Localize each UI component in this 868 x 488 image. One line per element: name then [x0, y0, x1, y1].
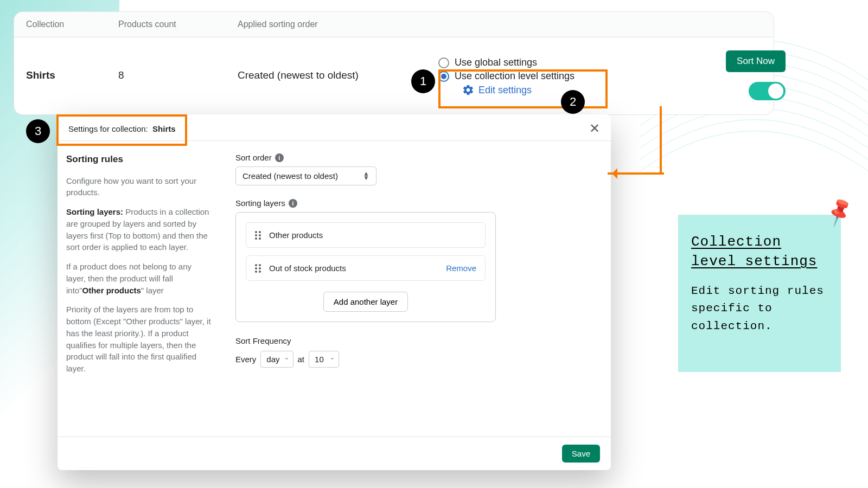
sort-order-text: Sort order — [235, 153, 272, 162]
modal-main: Sort order i Created (newest to oldest) … — [220, 141, 611, 436]
layers-container: Other products Out of stock products Rem… — [235, 212, 496, 322]
freq-label: Sort Frequency — [235, 336, 596, 345]
sidebar-p2-label: Sorting layers: — [66, 207, 123, 216]
freq-at: at — [298, 355, 305, 364]
table-row: Shirts 8 Created (newest to oldest) Use … — [14, 37, 774, 114]
modal-title-prefix: Settings for collection: — [68, 124, 148, 133]
note-body: Edit sorting rules specific to collectio… — [691, 282, 828, 336]
freq-hour-select[interactable]: 10 — [309, 351, 339, 368]
settings-modal: Settings for collection: Shirts ✕ Sortin… — [58, 114, 611, 470]
modal-title-name: Shirts — [152, 124, 176, 133]
freq-unit-select[interactable]: day — [260, 351, 293, 368]
freq-row: Every day at 10 — [235, 351, 596, 368]
layer-item[interactable]: Other products — [246, 222, 486, 248]
sidebar-p3c: " layer — [141, 286, 164, 295]
table-header: Collection Products count Applied sortin… — [14, 12, 774, 37]
sorting-layers-text: Sorting layers — [235, 198, 285, 208]
sort-order-label: Sort order i — [235, 153, 596, 162]
edit-settings-label: Edit settings — [478, 85, 532, 96]
updown-icon: ▲▼ — [363, 172, 369, 179]
radio-global[interactable]: Use global settings — [438, 57, 688, 68]
modal-sidebar: Sorting rules Configure how you want to … — [58, 141, 220, 436]
sidebar-p3: If a product does not belong to any laye… — [66, 261, 212, 296]
radio-collection[interactable]: Use collection level settings — [438, 70, 688, 82]
row-name: Shirts — [26, 69, 118, 81]
gear-icon — [462, 84, 474, 96]
info-icon[interactable]: i — [289, 199, 297, 208]
modal-header: Settings for collection: Shirts ✕ — [58, 114, 611, 140]
enable-toggle[interactable] — [749, 82, 786, 100]
sidebar-p2: Sorting layers: Products in a collection… — [66, 206, 212, 253]
sort-order-select[interactable]: Created (newest to oldest) ▲▼ — [235, 166, 376, 185]
step-badge-1: 1 — [411, 69, 435, 93]
sidebar-p4: Priority of the layers are from top to b… — [66, 304, 212, 375]
radio-global-label: Use global settings — [455, 57, 537, 68]
remove-layer[interactable]: Remove — [446, 264, 476, 273]
add-layer-button[interactable]: Add another layer — [323, 292, 408, 312]
freq-text: Sort Frequency — [235, 336, 291, 345]
row-order: Created (newest to oldest) — [238, 69, 438, 81]
layer-name: Out of stock products — [269, 264, 346, 273]
sorting-layers-label: Sorting layers i — [235, 198, 596, 208]
freq-every: Every — [235, 355, 256, 364]
arrow-head-icon — [607, 168, 617, 179]
note-title: Collection level settings — [691, 232, 828, 272]
sidebar-p1: Configure how you want to sort your prod… — [66, 175, 212, 199]
close-button[interactable]: ✕ — [589, 122, 600, 135]
collections-card: Collection Products count Applied sortin… — [14, 12, 774, 114]
actions: Sort Now — [688, 50, 786, 100]
header-order: Applied sorting order — [238, 20, 438, 29]
modal-footer: Save — [58, 436, 611, 470]
layer-name: Other products — [269, 230, 323, 240]
drag-icon[interactable] — [255, 231, 261, 240]
sticky-note: 📌 Collection level settings Edit sorting… — [678, 215, 841, 372]
connector-h — [613, 172, 664, 175]
modal-title: Settings for collection: Shirts — [68, 124, 176, 133]
sort-order-value: Created (newest to oldest) — [242, 171, 338, 181]
step-badge-2: 2 — [561, 90, 585, 114]
radio-icon — [438, 71, 449, 82]
radio-icon — [438, 57, 449, 68]
sidebar-heading: Sorting rules — [66, 153, 212, 166]
sidebar-p3b: Other products — [82, 286, 141, 295]
header-collection: Collection — [26, 20, 118, 29]
info-icon[interactable]: i — [275, 153, 284, 162]
header-count: Products count — [118, 20, 238, 29]
step-badge-3: 3 — [26, 119, 50, 143]
drag-icon[interactable] — [255, 264, 261, 273]
row-count: 8 — [118, 69, 238, 81]
layer-item[interactable]: Out of stock products Remove — [246, 255, 486, 281]
settings-radios: Use global settings Use collection level… — [438, 55, 688, 96]
sort-now-button[interactable]: Sort Now — [726, 50, 786, 72]
radio-collection-label: Use collection level settings — [455, 70, 575, 82]
save-button[interactable]: Save — [562, 445, 600, 463]
